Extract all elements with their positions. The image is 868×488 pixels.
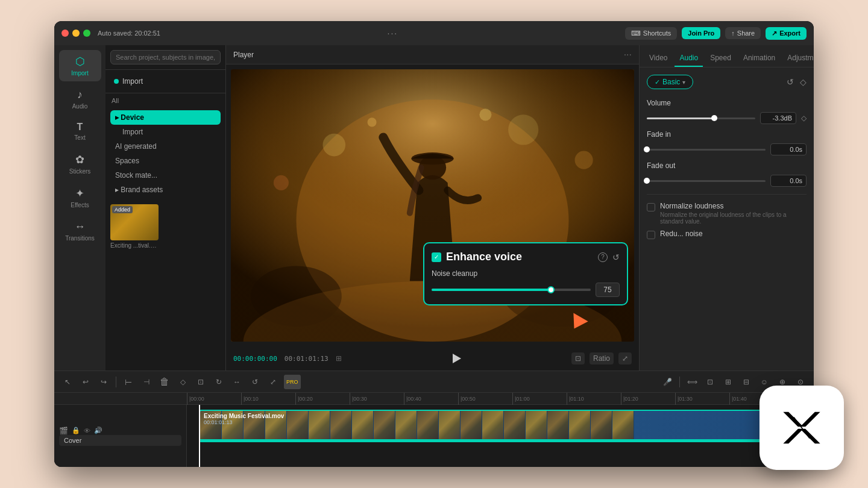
delete-tool[interactable]: 🗑 (157, 375, 172, 389)
audio-track-icon[interactable]: 🔊 (94, 427, 102, 434)
search-input[interactable] (110, 50, 221, 64)
track-bottom-line (200, 439, 807, 441)
ruler-mark-5: |00:50 (458, 393, 512, 405)
noise-value[interactable]: 75 (596, 283, 620, 297)
flip-tool[interactable]: ↔ (230, 375, 244, 389)
tab-speed[interactable]: Speed (705, 50, 736, 67)
fade-out-slider[interactable] (647, 180, 766, 182)
reset-icon[interactable]: ↺ (787, 77, 794, 87)
crop-tool[interactable]: ⤢ (266, 375, 280, 389)
maximize-button[interactable] (83, 30, 90, 37)
tab-video[interactable]: Video (644, 50, 672, 67)
basic-badge[interactable]: ✓ Basic ▾ (647, 75, 693, 89)
app-window: Auto saved: 20:02:51 ··· ⌨ Shortcuts Joi… (54, 21, 814, 467)
film-frame (330, 411, 352, 441)
transitions-icon: ↔ (75, 221, 86, 233)
ruler-mark-2: |00:20 (295, 393, 350, 405)
reduce-noise-label: Redu... noise (660, 230, 703, 238)
play-button[interactable] (449, 351, 464, 366)
redo-button[interactable]: ↪ (96, 375, 111, 389)
film-frame (352, 411, 374, 441)
sidebar-item-text[interactable]: T Text (59, 117, 101, 146)
ai-generated-tree-item[interactable]: AI generated (110, 139, 221, 154)
pro-tool[interactable]: PRO (284, 375, 301, 389)
import-tree-item[interactable]: Import (110, 125, 221, 139)
split-tool[interactable]: ⊢ (121, 375, 136, 389)
ratio-button[interactable]: Ratio (590, 352, 614, 364)
svg-point-13 (368, 117, 377, 127)
rotate-tool[interactable]: ↺ (248, 375, 262, 389)
tab-audio[interactable]: Audio (675, 50, 703, 67)
timeline-ruler: |00:00 |00:10 |00:20 |00:30 |00:40 |00:5… (54, 393, 814, 405)
normalize-checkbox[interactable] (647, 203, 655, 211)
fade-in-value[interactable]: 0.0s (770, 143, 807, 155)
ruler-mark-1: |00:10 (241, 393, 295, 405)
sidebar-item-stickers[interactable]: ✿ Stickers (59, 148, 101, 180)
title-bar: Auto saved: 20:02:51 ··· ⌨ Shortcuts Joi… (54, 21, 814, 45)
fade-in-slider-container: 0.0s (647, 143, 807, 155)
volume-diamond-icon[interactable]: ◇ (801, 114, 807, 122)
tab-adjustment[interactable]: Adjustment (782, 50, 814, 67)
ev-info-icon[interactable]: ? (598, 252, 608, 262)
eye-icon[interactable]: 👁 (84, 427, 90, 434)
device-tree-item[interactable]: ▸ Device (110, 110, 221, 125)
sidebar-item-transitions[interactable]: ↔ Transitions (59, 216, 101, 246)
track-controls: 🎬 🔒 👁 🔊 (59, 427, 181, 435)
all-label: All (105, 93, 225, 108)
undo-button[interactable]: ↩ (78, 375, 93, 389)
import-nav-item[interactable]: Import (110, 75, 221, 88)
tab-animation[interactable]: Animation (738, 50, 780, 67)
normalize-row: Normalize loudness Normalize the origina… (647, 202, 807, 225)
mic-button[interactable]: 🎤 (660, 375, 675, 389)
tool-a[interactable]: ⊡ (703, 375, 717, 389)
video-track[interactable]: Exciting Music Festival.mov 00:01:01:13 (199, 410, 808, 442)
sidebar-item-import[interactable]: ⬡ Import (59, 50, 101, 81)
timeline-toolbar: ↖ ↩ ↪ ⊢ ⊣ 🗑 ◇ ⊡ ↻ ↔ ↺ ⤢ PRO 🎤 ⟺ ⊡ ⊞ ⊟ ☺ … (54, 371, 814, 393)
effects-icon: ✦ (75, 187, 84, 200)
noise-cleanup-slider[interactable] (432, 289, 591, 291)
tool-b[interactable]: ⊞ (721, 375, 735, 389)
player-menu-icon[interactable]: ··· (624, 49, 632, 60)
lock-icon[interactable]: 🔒 (72, 427, 80, 434)
minimize-button[interactable] (72, 30, 80, 37)
split-tool-2[interactable]: ⊣ (139, 375, 154, 389)
sidebar-item-audio[interactable]: ♪ Audio (59, 84, 101, 114)
fit-to-screen-icon[interactable]: ⊡ (571, 352, 585, 364)
player-video: ✓ Enhance voice ? ↺ Noise cleanup 75 (231, 69, 634, 342)
ev-reset-button[interactable]: ↺ (612, 252, 620, 262)
asset-thumbnail[interactable]: Added Exciting ...tival.mov (110, 204, 159, 249)
share-button[interactable]: ↑ Share (725, 27, 761, 39)
diamond-icon[interactable]: ◇ (800, 77, 807, 87)
reduce-noise-checkbox[interactable] (647, 231, 655, 239)
join-pro-button[interactable]: Join Pro (682, 27, 720, 39)
right-panel: Video Audio Speed Animation Adjustment (639, 45, 814, 371)
normalize-text: Normalize loudness Normalize the origina… (660, 202, 807, 225)
stock-tree-item[interactable]: Stock mate... (110, 168, 221, 183)
fade-out-value[interactable]: 0.0s (770, 175, 807, 187)
fade-in-slider[interactable] (647, 149, 766, 151)
add-tool[interactable]: ↻ (212, 375, 226, 389)
speed-tool[interactable]: ⟺ (685, 375, 699, 389)
ev-checkbox[interactable]: ✓ (432, 252, 441, 262)
spaces-tree-item[interactable]: Spaces (110, 154, 221, 168)
film-frame (569, 411, 591, 441)
tool-c[interactable]: ⊟ (739, 375, 753, 389)
ruler-mark-3: |00:30 (350, 393, 404, 405)
mark-tool[interactable]: ◇ (175, 375, 190, 389)
sidebar-item-effects[interactable]: ✦ Effects (59, 182, 101, 213)
slider-fill (432, 289, 551, 291)
volume-value[interactable]: -3.3dB (760, 112, 796, 124)
shortcuts-button[interactable]: ⌨ Shortcuts (625, 27, 677, 40)
brand-assets-tree-item[interactable]: ▸ Brand assets (110, 183, 221, 197)
frame-tool[interactable]: ⊡ (193, 375, 208, 389)
sidebar-item-label-audio: Audio (72, 103, 88, 110)
fullscreen-icon[interactable]: ⤢ (618, 352, 632, 364)
import-nav-label: Import (122, 77, 143, 86)
export-button[interactable]: ↗ Export (766, 27, 807, 40)
select-tool[interactable]: ↖ (60, 375, 75, 389)
playhead[interactable] (199, 405, 200, 467)
close-button[interactable] (61, 30, 69, 37)
dropdown-arrow-icon: ▾ (682, 79, 685, 86)
traffic-lights (61, 30, 90, 37)
volume-slider[interactable] (647, 117, 755, 119)
